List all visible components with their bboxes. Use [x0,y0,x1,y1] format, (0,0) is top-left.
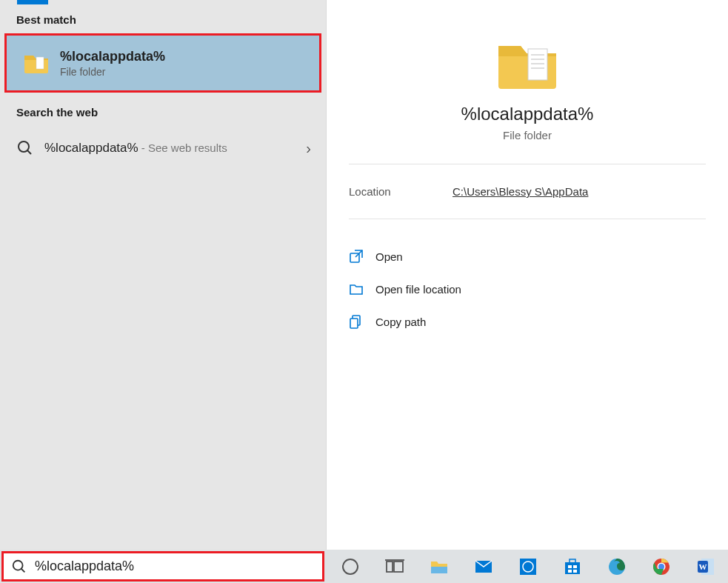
chevron-right-icon: › [306,140,311,157]
svg-rect-15 [394,562,403,572]
svg-text:W: W [699,562,707,571]
taskbar: W [0,550,728,583]
folder-location-icon [349,281,364,296]
svg-rect-3 [528,49,547,80]
detail-hero: %localappdata% File folder [349,0,706,164]
folder-icon [494,30,561,96]
location-path-link[interactable]: C:\Users\Blessy S\AppData [453,185,588,198]
search-icon [16,139,34,157]
result-text-group: %localappdata% File folder [60,49,165,78]
svg-rect-17 [431,567,447,573]
svg-rect-10 [350,319,358,328]
search-results-panel: Best match %localappdata% File folder Se… [0,0,728,550]
chrome-icon[interactable] [644,550,678,583]
svg-rect-0 [36,57,44,69]
task-view-icon[interactable] [378,550,412,583]
svg-point-1 [19,141,29,152]
action-open[interactable]: Open [349,240,706,273]
action-copy-path-label: Copy path [375,316,426,328]
folder-icon [23,50,50,76]
search-web-heading: Search the web [0,93,326,126]
svg-line-2 [27,150,31,154]
svg-line-12 [21,568,25,572]
taskbar-search-box[interactable] [1,551,324,582]
action-copy-path[interactable]: Copy path [349,305,706,338]
mail-icon[interactable] [467,550,501,583]
web-result-item[interactable]: %localappdata% - See web results › [0,126,326,170]
tab-indicator [17,0,48,4]
search-icon [11,559,27,575]
cortana-icon[interactable] [333,550,367,583]
svg-point-30 [658,564,664,570]
svg-rect-26 [573,570,577,573]
best-match-result[interactable]: %localappdata% File folder [4,33,321,93]
action-list: Open Open file location Copy path [349,240,706,338]
detail-pane: %localappdata% File folder Location C:\U… [326,0,728,550]
best-match-heading: Best match [0,0,326,33]
svg-rect-25 [568,570,572,573]
action-open-label: Open [375,250,403,263]
open-icon [349,249,364,264]
result-subtitle: File folder [60,66,165,78]
location-label: Location [349,185,453,198]
detail-title: %localappdata% [349,104,706,124]
svg-point-13 [343,559,358,574]
word-icon[interactable]: W [689,550,723,583]
result-title: %localappdata% [60,49,165,64]
svg-rect-14 [387,562,393,572]
svg-rect-22 [570,559,575,563]
web-result-hint: - See web results [138,141,227,154]
copy-icon [349,314,364,329]
microsoft-store-icon[interactable] [555,550,590,583]
location-row: Location C:\Users\Blessy S\AppData [349,185,706,219]
file-explorer-icon[interactable] [422,550,456,583]
web-result-text: %localappdata% - See web results [44,141,227,156]
taskbar-icons: W [327,550,723,583]
action-open-location-label: Open file location [375,283,461,296]
svg-rect-23 [568,565,572,568]
action-open-file-location[interactable]: Open file location [349,273,706,305]
svg-point-11 [13,560,23,570]
results-left-column: Best match %localappdata% File folder Se… [0,0,326,550]
dell-app-icon[interactable] [511,550,545,583]
web-result-query: %localappdata% [44,141,138,155]
search-input[interactable] [35,559,315,574]
edge-icon[interactable] [600,550,634,583]
svg-rect-24 [573,565,577,568]
svg-rect-21 [565,562,580,574]
detail-subtitle: File folder [349,129,706,141]
